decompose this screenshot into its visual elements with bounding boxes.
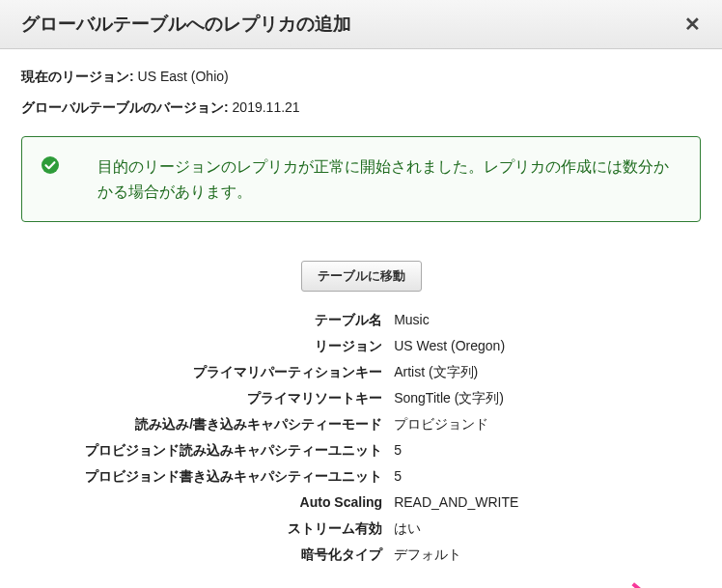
current-region-value: US East (Ohio) xyxy=(138,69,229,84)
modal-title: グローバルテーブルへのレプリカの追加 xyxy=(21,12,351,37)
table-row: テーブル名 Music xyxy=(21,307,701,333)
detail-value: はい xyxy=(388,516,701,542)
detail-value: デフォルト xyxy=(388,542,701,568)
version-value: 2019.11.21 xyxy=(233,99,300,115)
detail-value: READ_AND_WRITE xyxy=(388,490,701,516)
table-row: プライマリソートキー SongTitle (文字列) xyxy=(21,385,701,411)
detail-label: ストリーム有効 xyxy=(21,516,388,542)
table-row: リージョン US West (Oregon) xyxy=(21,333,701,359)
replica-details-table: テーブル名 Music リージョン US West (Oregon) プライマリ… xyxy=(21,307,701,568)
modal-body: 現在のリージョン: US East (Ohio) グローバルテーブルのバージョン… xyxy=(0,49,722,588)
current-region-label: 現在のリージョン: xyxy=(21,69,134,84)
detail-value: SongTitle (文字列) xyxy=(388,385,701,411)
detail-value: 5 xyxy=(388,437,701,463)
table-row: ストリーム有効 はい xyxy=(21,516,701,542)
detail-label: プロビジョンド書き込みキャパシティーユニット xyxy=(21,463,388,490)
detail-value: Artist (文字列) xyxy=(388,359,701,385)
current-region-line: 現在のリージョン: US East (Ohio) xyxy=(21,69,701,86)
svg-point-0 xyxy=(42,156,59,174)
check-circle-icon xyxy=(42,156,59,174)
detail-value: Music xyxy=(388,307,701,333)
table-row: 読み込み/書き込みキャパシティーモード プロビジョンド xyxy=(21,411,701,437)
detail-value: 5 xyxy=(388,463,701,490)
detail-label: テーブル名 xyxy=(21,307,388,333)
detail-value: プロビジョンド xyxy=(388,411,701,437)
table-row: プロビジョンド書き込みキャパシティーユニット 5 xyxy=(21,463,701,490)
table-row: Auto Scaling READ_AND_WRITE xyxy=(21,490,701,516)
detail-label: 暗号化タイプ xyxy=(21,542,388,568)
table-row: 暗号化タイプ デフォルト xyxy=(21,542,701,568)
detail-label: Auto Scaling xyxy=(21,490,388,516)
detail-label: 読み込み/書き込みキャパシティーモード xyxy=(21,411,388,437)
go-to-table-row: テーブルに移動 xyxy=(21,261,701,292)
go-to-table-button[interactable]: テーブルに移動 xyxy=(301,261,422,292)
detail-label: プライマリソートキー xyxy=(21,385,388,411)
detail-label: プライマリパーティションキー xyxy=(21,359,388,385)
detail-label: リージョン xyxy=(21,333,388,359)
close-icon[interactable]: ✕ xyxy=(684,14,701,34)
table-row: プライマリパーティションキー Artist (文字列) xyxy=(21,359,701,385)
table-row: プロビジョンド読み込みキャパシティーユニット 5 xyxy=(21,437,701,463)
detail-label: プロビジョンド読み込みキャパシティーユニット xyxy=(21,437,388,463)
version-label: グローバルテーブルのバージョン: xyxy=(21,99,229,115)
detail-value: US West (Oregon) xyxy=(388,333,701,359)
global-table-version-line: グローバルテーブルのバージョン: 2019.11.21 xyxy=(21,99,701,117)
success-alert: 目的のリージョンのレプリカが正常に開始されました。レプリカの作成には数分かかる場… xyxy=(21,136,701,222)
modal-header: グローバルテーブルへのレプリカの追加 ✕ xyxy=(0,0,722,49)
alert-message: 目的のリージョンのレプリカが正常に開始されました。レプリカの作成には数分かかる場… xyxy=(74,154,679,204)
